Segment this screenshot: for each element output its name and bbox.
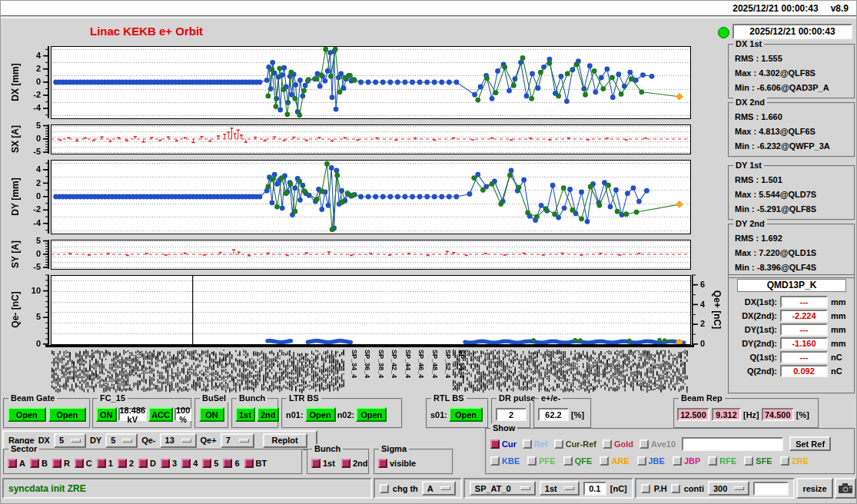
group-beam-gate: Beam Gate Open Open (3, 398, 91, 429)
dr-pulse-field[interactable]: 2 (496, 408, 526, 421)
sector-checkbox-1[interactable] (97, 459, 106, 468)
resize-button[interactable]: resize (796, 478, 833, 499)
status-message-panel: syncdata init ZRE (2, 478, 372, 499)
blank-input[interactable] (753, 482, 789, 496)
chg-th-checkbox[interactable] (380, 484, 389, 493)
range-qem-label: Qe- (141, 436, 155, 445)
show-checkbox-gold[interactable] (603, 439, 612, 449)
sp-dropdown[interactable]: SP_AT_0 (470, 481, 536, 496)
ref-name-input[interactable] (682, 437, 783, 451)
show-checkbox-cur[interactable] (490, 439, 500, 449)
range-qep-dropdown[interactable]: 7 (221, 433, 254, 448)
show-label: JBP (684, 456, 700, 466)
range-dy-dropdown[interactable]: 5 (105, 433, 138, 448)
sector-checkbox-b[interactable] (30, 459, 39, 468)
show-checkbox-jbe[interactable] (637, 456, 646, 466)
monitor-value-field: --- (780, 296, 828, 308)
fc15-duty-readout: 100 % (174, 408, 191, 421)
stats-column: DX 1stRMS : 1.555Max : 4.302@QLF8SMin : … (728, 44, 855, 282)
page-title: Linac KEKB e+ Orbit (90, 25, 203, 38)
bunch-select-checkbox-2nd[interactable] (341, 459, 350, 468)
group-title: RTL BS (431, 393, 467, 403)
ph-checkbox[interactable] (641, 484, 650, 493)
show-checkbox-qfe[interactable] (563, 456, 573, 466)
beam-gate-open-button-1[interactable]: Open (8, 407, 46, 422)
show-checkbox-rfe[interactable] (708, 456, 717, 466)
conti-checkbox[interactable] (671, 484, 680, 493)
threshold-field[interactable]: 0.1 (583, 482, 606, 496)
camera-button[interactable] (835, 478, 856, 499)
rtl-s01-open-button[interactable]: Open (449, 407, 483, 422)
status-bar: syncdata init ZRE chg th A SP_AT_0 1st 0… (2, 478, 856, 499)
clock-display: 2025/12/21 00:00:43 (732, 24, 852, 39)
chg-th-dropdown[interactable]: A (422, 481, 456, 496)
ltr-n01-open-button[interactable]: Open (305, 407, 336, 422)
acquisition-panel: P.H conti 300 (635, 478, 795, 499)
monitor-row-unit: mm (831, 325, 846, 334)
interval-dropdown[interactable]: 300 (708, 481, 749, 496)
ratio-readout: 62.2 (538, 408, 569, 421)
monitor-rows: DX(1st):---mmDX(2nd):-2.224mmDY(1st):---… (732, 296, 851, 377)
sector-6: 6 (223, 459, 239, 468)
sector-label: 3 (172, 459, 177, 468)
show-checkbox-kbe[interactable] (490, 456, 500, 466)
show-checkbox-sfe[interactable] (744, 456, 753, 466)
show-checkbox-pfe[interactable] (527, 456, 536, 466)
sigma-checkbox-visible[interactable] (378, 459, 387, 468)
show-checkbox-jbp[interactable] (673, 456, 682, 466)
sector-checkbox-5[interactable] (202, 459, 211, 468)
show-checkbox-are[interactable] (600, 456, 609, 466)
fc15-on-button[interactable]: ON (96, 407, 117, 422)
camera-icon (839, 483, 852, 493)
bunch-1st-button[interactable]: 1st (235, 407, 255, 422)
sector-4: 4 (181, 459, 198, 468)
monitor-row-unit: mm (831, 311, 846, 320)
bunch-select-checkbox-1st[interactable] (311, 459, 321, 468)
sector-checkbox-r[interactable] (52, 459, 61, 468)
sector-checkbox-4[interactable] (181, 459, 191, 468)
sector-checkbox-2[interactable] (118, 459, 127, 468)
stats-rms: RMS : 1.660 (735, 110, 851, 124)
range-qem-dropdown[interactable]: 13 (160, 433, 197, 448)
ph-label: P.H (654, 484, 667, 493)
set-ref-button[interactable]: Set Ref (789, 436, 831, 451)
show-label: Gold (614, 439, 633, 449)
bunch-dropdown[interactable]: 1st (540, 481, 580, 496)
stats-group-dx-1st: DX 1stRMS : 1.555Max : 4.302@QLF8SMin : … (728, 44, 855, 99)
stats-max: Max : 4.813@QLF6S (735, 124, 851, 139)
sector-label: 1 (108, 459, 113, 468)
fc15-acc-button[interactable]: ACC (148, 407, 173, 422)
sector-checkbox-bt[interactable] (244, 459, 254, 468)
group-ratio: e+/e- 62.2 [%] (533, 398, 592, 429)
stats-rms: RMS : 1.692 (735, 231, 851, 246)
show-checkbox-zre[interactable] (780, 456, 789, 466)
show-are: ARE (600, 456, 629, 466)
bunch-2nd-button[interactable]: 2nd (257, 407, 280, 422)
show-label: Cur (502, 439, 517, 449)
show-sfe: SFE (744, 456, 772, 466)
sector-checkbox-6[interactable] (223, 459, 232, 468)
beam-rep-pct-unit: [%] (796, 410, 809, 419)
sector-3: 3 (161, 459, 177, 468)
monitor-row: Q(1st):---nC (732, 351, 851, 363)
sector-checkbox-d[interactable] (138, 459, 148, 468)
sector-checkbox-c[interactable] (75, 459, 84, 468)
busel-on-button[interactable]: ON (199, 407, 224, 422)
fc15-kv-readout: 18.486 kV (118, 408, 148, 421)
group-show: Show CurRefCur-RefGoldAve10 Set Ref KBEP… (485, 428, 855, 475)
show-checkbox-cur-ref[interactable] (554, 439, 563, 449)
option-menu-dash-icon (181, 439, 191, 443)
sector-checkbox-a[interactable] (8, 459, 17, 468)
sector-checkbox-3[interactable] (161, 459, 170, 468)
beam-gate-open-button-2[interactable]: Open (48, 407, 87, 422)
monitor-row: Q(2nd):0.092nC (732, 365, 851, 377)
show-checkbox-ref[interactable] (523, 439, 532, 449)
group-rtl-bs: RTL BS s01: Open (426, 398, 489, 429)
replot-button[interactable]: Replot (263, 433, 307, 448)
range-dx-dropdown[interactable]: 5 (54, 433, 86, 448)
range-dx-label: DX (38, 436, 50, 445)
show-checkbox-ave10[interactable] (639, 439, 649, 449)
ltr-n02-open-button[interactable]: Open (356, 407, 387, 422)
monitor-value-field: -1.160 (780, 337, 828, 350)
show-gold: Gold (603, 439, 633, 449)
